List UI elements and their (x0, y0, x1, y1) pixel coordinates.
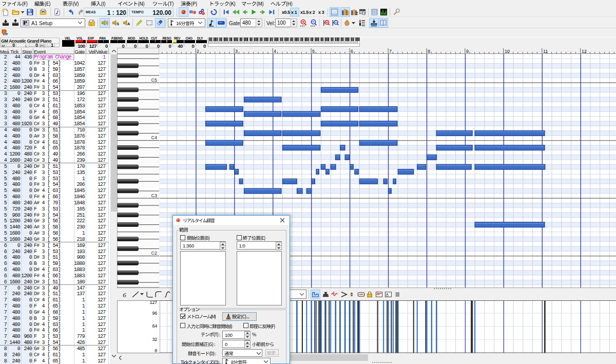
svg-text:10: 10 (505, 49, 510, 54)
svg-text:A: A (127, 22, 130, 26)
svg-text:A: A (333, 291, 335, 295)
svg-text:2: 2 (197, 49, 199, 54)
svg-text:C3: C3 (151, 193, 157, 198)
svg-text:2: 2 (355, 11, 358, 16)
svg-text:8: 8 (428, 49, 430, 54)
svg-text:C4: C4 (151, 135, 157, 140)
svg-text:6: 6 (351, 49, 353, 54)
svg-text:9: 9 (466, 49, 469, 54)
svg-text:6: 6 (123, 292, 126, 299)
svg-text:A̲: A̲ (386, 292, 389, 297)
svg-text:C2: C2 (151, 251, 157, 256)
svg-text:11: 11 (543, 49, 548, 54)
svg-text:12: 12 (582, 49, 587, 54)
svg-text:4: 4 (274, 49, 276, 54)
svg-text:C5: C5 (151, 78, 157, 83)
svg-text:7: 7 (389, 49, 392, 54)
svg-text:3: 3 (235, 49, 238, 54)
svg-text:S: S (117, 22, 119, 26)
svg-text:5: 5 (312, 49, 315, 54)
